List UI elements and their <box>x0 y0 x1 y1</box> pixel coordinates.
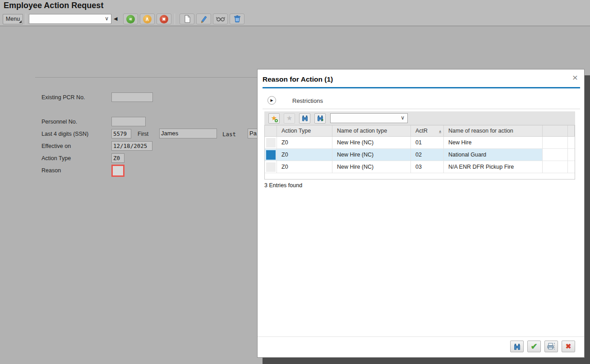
back-button[interactable]: « <box>123 14 138 24</box>
value-help-toolbar: ★ ★ <box>264 111 575 125</box>
restrictions-label: Restrictions <box>292 97 323 104</box>
reason-input-highlighted[interactable] <box>111 165 124 177</box>
existing-pcr-label: Existing PCR No. <box>41 94 85 101</box>
sort-ascending-icon: ▴ <box>439 129 441 133</box>
effective-date-input[interactable]: 12/18/2025 <box>111 141 152 151</box>
chevron-down-icon[interactable]: ∨ <box>105 15 109 22</box>
cancel-icon: ✖ <box>160 15 168 23</box>
main-toolbar: Menu ∨ ◀ « ∧ ✖ <box>0 14 590 25</box>
col-action-name[interactable]: Name of action type <box>332 125 411 137</box>
cell-actr: 03 <box>411 161 444 173</box>
col-actr-label: ActR <box>415 128 428 134</box>
find-button[interactable] <box>299 113 310 124</box>
restrictions-divider <box>263 109 580 109</box>
action-type-input[interactable]: Z0 <box>111 153 124 163</box>
col-actr[interactable]: ActR ▴ <box>411 125 444 137</box>
accept-button[interactable]: ✔ <box>527 341 541 352</box>
table-row-selected[interactable]: Z0 New Hire (NC) 02 National Guard <box>265 149 575 161</box>
pencil-icon <box>200 15 208 23</box>
checkmark-icon: ✔ <box>530 341 537 351</box>
header-band: Employee Action Request Menu ∨ ◀ « ∧ ✖ <box>0 0 590 26</box>
ssn-input[interactable]: 5579 <box>111 129 131 138</box>
exit-button[interactable]: ∧ <box>140 14 155 24</box>
menu-corner-icon <box>19 20 22 23</box>
print-button[interactable] <box>544 341 558 352</box>
entries-found-status: 3 Entries found <box>264 182 302 189</box>
menu-button[interactable]: Menu <box>3 14 23 24</box>
last-name-label: Last <box>222 131 236 138</box>
table-header-row: Action Type Name of action type ActR ▴ N… <box>265 125 575 137</box>
dialog-title: Reason for Action (1) <box>263 75 333 83</box>
cell-action-type: Z0 <box>277 161 332 173</box>
cancel-button[interactable]: ✖ <box>157 14 171 24</box>
cell-action-name: New Hire (NC) <box>332 149 411 161</box>
delete-button[interactable] <box>230 14 244 24</box>
remove-from-personal-list-button: ★ <box>284 113 295 124</box>
star-disabled-icon: ★ <box>286 115 292 121</box>
trash-icon <box>234 15 241 23</box>
existing-pcr-input[interactable] <box>111 92 153 102</box>
cell-action-name: New Hire (NC) <box>332 137 411 149</box>
row-selector[interactable] <box>265 149 277 161</box>
chevron-down-icon[interactable]: ∨ <box>401 115 405 121</box>
horizontal-scrollbar-track[interactable] <box>265 173 575 179</box>
effective-on-label: Effective on <box>41 143 71 149</box>
exit-icon: ∧ <box>143 15 152 23</box>
cell-reason-name: New Hire <box>444 137 543 149</box>
glasses-icon <box>216 16 225 22</box>
find-next-button[interactable] <box>314 113 326 124</box>
ssn-label: Last 4 digits (SSN) <box>41 131 88 137</box>
menu-button-label: Menu <box>6 16 20 22</box>
scrollbar-track[interactable] <box>568 161 575 173</box>
toolbar-separator <box>175 14 175 24</box>
cell-reason-name: National Guard <box>444 149 543 161</box>
dialog-title-underline <box>263 87 580 88</box>
row-selector[interactable] <box>265 137 277 149</box>
cell-empty <box>543 137 568 149</box>
personnel-no-input[interactable] <box>111 117 146 126</box>
scrollbar-track[interactable] <box>568 137 575 149</box>
cell-action-type: Z0 <box>277 137 332 149</box>
restrictions-expand-button[interactable]: ▶ <box>267 96 276 105</box>
new-document-icon <box>184 15 191 23</box>
col-reason-name[interactable]: Name of reason for action <box>444 125 543 137</box>
cell-empty <box>543 161 568 173</box>
table-row[interactable]: Z0 New Hire (NC) 01 New Hire <box>265 137 575 149</box>
dialog-close-icon[interactable]: × <box>572 73 578 82</box>
scrollbar-track[interactable] <box>568 125 575 137</box>
toolbar-separator <box>26 14 26 24</box>
employee-action-request-screen: Employee Action Request Menu ∨ ◀ « ∧ ✖ <box>0 0 590 364</box>
value-help-combobox[interactable]: ∨ <box>330 113 408 123</box>
binoculars-icon <box>301 115 309 121</box>
red-x-icon: ✖ <box>566 342 572 350</box>
cell-reason-name: N/A ENR DFR Pickup Fire <box>444 161 543 173</box>
cell-empty <box>543 149 568 161</box>
results-table: Action Type Name of action type ActR ▴ N… <box>264 125 575 180</box>
personnel-no-label: Personnel No. <box>41 119 77 125</box>
cell-action-name: New Hire (NC) <box>332 161 411 173</box>
command-combobox[interactable]: ∨ <box>29 14 111 24</box>
col-action-type[interactable]: Action Type <box>277 125 332 137</box>
add-to-personal-list-button[interactable]: ★ <box>268 113 280 124</box>
reason-label: Reason <box>41 167 61 174</box>
cancel-button[interactable]: ✖ <box>562 341 575 352</box>
selector-column-header <box>265 125 277 137</box>
first-name-input[interactable]: James <box>159 129 217 138</box>
collapse-toolbar-icon[interactable]: ◀ <box>114 16 117 22</box>
col-empty <box>543 125 568 137</box>
display-button[interactable] <box>213 14 228 24</box>
back-icon: « <box>126 15 135 23</box>
cell-actr: 02 <box>411 149 444 161</box>
create-button[interactable] <box>180 14 194 24</box>
binoculars-plus-icon <box>317 115 324 121</box>
scrollbar-track[interactable] <box>568 149 575 161</box>
row-selector[interactable] <box>265 161 277 173</box>
page-title: Employee Action Request <box>4 1 103 10</box>
table-row[interactable]: Z0 New Hire (NC) 03 N/A ENR DFR Pickup F… <box>265 161 575 173</box>
expand-arrow-icon: ▶ <box>270 98 273 102</box>
binoculars-icon <box>513 343 521 350</box>
reason-for-action-dialog: Reason for Action (1) × ▶ Restrictions ★… <box>257 69 585 358</box>
action-type-label: Action Type <box>41 155 71 161</box>
edit-button[interactable] <box>196 14 211 24</box>
find-button[interactable] <box>510 341 524 352</box>
